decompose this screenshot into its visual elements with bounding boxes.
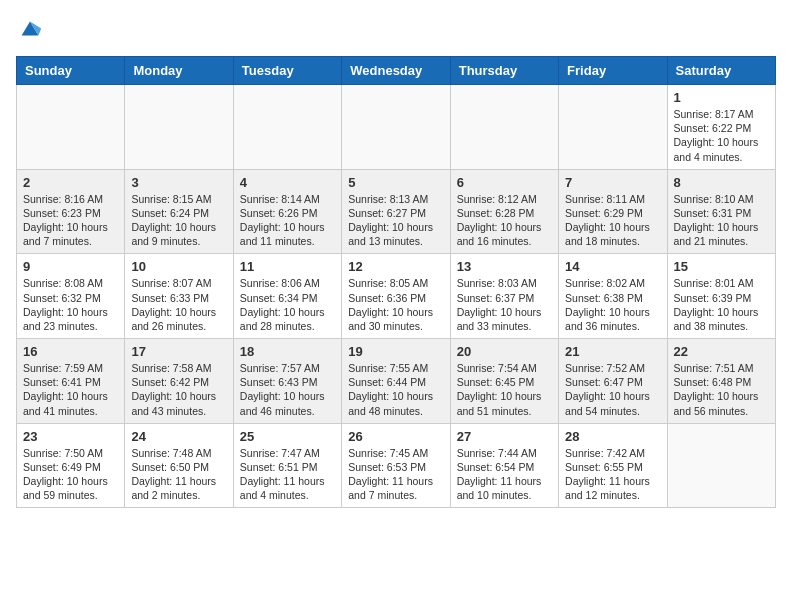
week-row-5: 23Sunrise: 7:50 AM Sunset: 6:49 PM Dayli… xyxy=(17,423,776,508)
day-info: Sunrise: 7:58 AM Sunset: 6:42 PM Dayligh… xyxy=(131,361,226,418)
header xyxy=(16,16,776,44)
day-number: 9 xyxy=(23,259,118,274)
day-cell: 18Sunrise: 7:57 AM Sunset: 6:43 PM Dayli… xyxy=(233,339,341,424)
day-number: 7 xyxy=(565,175,660,190)
logo xyxy=(16,16,48,44)
day-cell xyxy=(125,85,233,170)
weekday-monday: Monday xyxy=(125,57,233,85)
day-info: Sunrise: 8:13 AM Sunset: 6:27 PM Dayligh… xyxy=(348,192,443,249)
day-cell: 25Sunrise: 7:47 AM Sunset: 6:51 PM Dayli… xyxy=(233,423,341,508)
day-cell: 28Sunrise: 7:42 AM Sunset: 6:55 PM Dayli… xyxy=(559,423,667,508)
day-cell: 12Sunrise: 8:05 AM Sunset: 6:36 PM Dayli… xyxy=(342,254,450,339)
day-cell: 20Sunrise: 7:54 AM Sunset: 6:45 PM Dayli… xyxy=(450,339,558,424)
day-info: Sunrise: 8:06 AM Sunset: 6:34 PM Dayligh… xyxy=(240,276,335,333)
day-number: 20 xyxy=(457,344,552,359)
weekday-header-row: SundayMondayTuesdayWednesdayThursdayFrid… xyxy=(17,57,776,85)
day-info: Sunrise: 7:45 AM Sunset: 6:53 PM Dayligh… xyxy=(348,446,443,503)
day-info: Sunrise: 8:15 AM Sunset: 6:24 PM Dayligh… xyxy=(131,192,226,249)
day-info: Sunrise: 7:59 AM Sunset: 6:41 PM Dayligh… xyxy=(23,361,118,418)
day-cell: 2Sunrise: 8:16 AM Sunset: 6:23 PM Daylig… xyxy=(17,169,125,254)
day-number: 19 xyxy=(348,344,443,359)
day-info: Sunrise: 7:44 AM Sunset: 6:54 PM Dayligh… xyxy=(457,446,552,503)
day-cell: 16Sunrise: 7:59 AM Sunset: 6:41 PM Dayli… xyxy=(17,339,125,424)
weekday-friday: Friday xyxy=(559,57,667,85)
day-info: Sunrise: 7:51 AM Sunset: 6:48 PM Dayligh… xyxy=(674,361,769,418)
day-cell: 21Sunrise: 7:52 AM Sunset: 6:47 PM Dayli… xyxy=(559,339,667,424)
day-info: Sunrise: 8:03 AM Sunset: 6:37 PM Dayligh… xyxy=(457,276,552,333)
day-cell: 22Sunrise: 7:51 AM Sunset: 6:48 PM Dayli… xyxy=(667,339,775,424)
day-number: 24 xyxy=(131,429,226,444)
day-number: 11 xyxy=(240,259,335,274)
day-number: 5 xyxy=(348,175,443,190)
day-info: Sunrise: 7:48 AM Sunset: 6:50 PM Dayligh… xyxy=(131,446,226,503)
day-cell: 27Sunrise: 7:44 AM Sunset: 6:54 PM Dayli… xyxy=(450,423,558,508)
day-info: Sunrise: 7:47 AM Sunset: 6:51 PM Dayligh… xyxy=(240,446,335,503)
day-number: 27 xyxy=(457,429,552,444)
day-cell: 23Sunrise: 7:50 AM Sunset: 6:49 PM Dayli… xyxy=(17,423,125,508)
day-cell: 19Sunrise: 7:55 AM Sunset: 6:44 PM Dayli… xyxy=(342,339,450,424)
day-cell: 6Sunrise: 8:12 AM Sunset: 6:28 PM Daylig… xyxy=(450,169,558,254)
day-cell: 1Sunrise: 8:17 AM Sunset: 6:22 PM Daylig… xyxy=(667,85,775,170)
day-info: Sunrise: 8:10 AM Sunset: 6:31 PM Dayligh… xyxy=(674,192,769,249)
day-number: 26 xyxy=(348,429,443,444)
day-cell xyxy=(450,85,558,170)
day-info: Sunrise: 7:42 AM Sunset: 6:55 PM Dayligh… xyxy=(565,446,660,503)
day-cell: 3Sunrise: 8:15 AM Sunset: 6:24 PM Daylig… xyxy=(125,169,233,254)
day-number: 16 xyxy=(23,344,118,359)
day-info: Sunrise: 7:54 AM Sunset: 6:45 PM Dayligh… xyxy=(457,361,552,418)
weekday-tuesday: Tuesday xyxy=(233,57,341,85)
day-info: Sunrise: 8:12 AM Sunset: 6:28 PM Dayligh… xyxy=(457,192,552,249)
week-row-4: 16Sunrise: 7:59 AM Sunset: 6:41 PM Dayli… xyxy=(17,339,776,424)
day-cell: 5Sunrise: 8:13 AM Sunset: 6:27 PM Daylig… xyxy=(342,169,450,254)
week-row-2: 2Sunrise: 8:16 AM Sunset: 6:23 PM Daylig… xyxy=(17,169,776,254)
day-number: 8 xyxy=(674,175,769,190)
day-info: Sunrise: 8:17 AM Sunset: 6:22 PM Dayligh… xyxy=(674,107,769,164)
logo-icon xyxy=(16,16,44,44)
day-number: 4 xyxy=(240,175,335,190)
day-info: Sunrise: 8:01 AM Sunset: 6:39 PM Dayligh… xyxy=(674,276,769,333)
weekday-thursday: Thursday xyxy=(450,57,558,85)
day-number: 10 xyxy=(131,259,226,274)
day-number: 25 xyxy=(240,429,335,444)
weekday-wednesday: Wednesday xyxy=(342,57,450,85)
day-info: Sunrise: 7:52 AM Sunset: 6:47 PM Dayligh… xyxy=(565,361,660,418)
day-cell: 9Sunrise: 8:08 AM Sunset: 6:32 PM Daylig… xyxy=(17,254,125,339)
day-cell: 13Sunrise: 8:03 AM Sunset: 6:37 PM Dayli… xyxy=(450,254,558,339)
day-cell: 7Sunrise: 8:11 AM Sunset: 6:29 PM Daylig… xyxy=(559,169,667,254)
day-info: Sunrise: 8:02 AM Sunset: 6:38 PM Dayligh… xyxy=(565,276,660,333)
day-number: 28 xyxy=(565,429,660,444)
calendar: SundayMondayTuesdayWednesdayThursdayFrid… xyxy=(16,56,776,508)
week-row-1: 1Sunrise: 8:17 AM Sunset: 6:22 PM Daylig… xyxy=(17,85,776,170)
page: SundayMondayTuesdayWednesdayThursdayFrid… xyxy=(0,0,792,524)
day-cell: 26Sunrise: 7:45 AM Sunset: 6:53 PM Dayli… xyxy=(342,423,450,508)
day-info: Sunrise: 8:14 AM Sunset: 6:26 PM Dayligh… xyxy=(240,192,335,249)
day-info: Sunrise: 7:57 AM Sunset: 6:43 PM Dayligh… xyxy=(240,361,335,418)
day-number: 21 xyxy=(565,344,660,359)
day-number: 14 xyxy=(565,259,660,274)
day-cell: 10Sunrise: 8:07 AM Sunset: 6:33 PM Dayli… xyxy=(125,254,233,339)
week-row-3: 9Sunrise: 8:08 AM Sunset: 6:32 PM Daylig… xyxy=(17,254,776,339)
day-number: 2 xyxy=(23,175,118,190)
weekday-sunday: Sunday xyxy=(17,57,125,85)
day-cell: 11Sunrise: 8:06 AM Sunset: 6:34 PM Dayli… xyxy=(233,254,341,339)
day-number: 23 xyxy=(23,429,118,444)
day-number: 13 xyxy=(457,259,552,274)
day-cell: 24Sunrise: 7:48 AM Sunset: 6:50 PM Dayli… xyxy=(125,423,233,508)
day-number: 15 xyxy=(674,259,769,274)
day-info: Sunrise: 8:11 AM Sunset: 6:29 PM Dayligh… xyxy=(565,192,660,249)
day-number: 17 xyxy=(131,344,226,359)
day-number: 18 xyxy=(240,344,335,359)
day-cell xyxy=(17,85,125,170)
day-number: 6 xyxy=(457,175,552,190)
day-cell: 17Sunrise: 7:58 AM Sunset: 6:42 PM Dayli… xyxy=(125,339,233,424)
day-cell xyxy=(342,85,450,170)
day-number: 3 xyxy=(131,175,226,190)
day-cell: 14Sunrise: 8:02 AM Sunset: 6:38 PM Dayli… xyxy=(559,254,667,339)
day-number: 22 xyxy=(674,344,769,359)
day-cell: 8Sunrise: 8:10 AM Sunset: 6:31 PM Daylig… xyxy=(667,169,775,254)
weekday-saturday: Saturday xyxy=(667,57,775,85)
day-number: 12 xyxy=(348,259,443,274)
day-cell xyxy=(559,85,667,170)
day-info: Sunrise: 8:07 AM Sunset: 6:33 PM Dayligh… xyxy=(131,276,226,333)
day-number: 1 xyxy=(674,90,769,105)
